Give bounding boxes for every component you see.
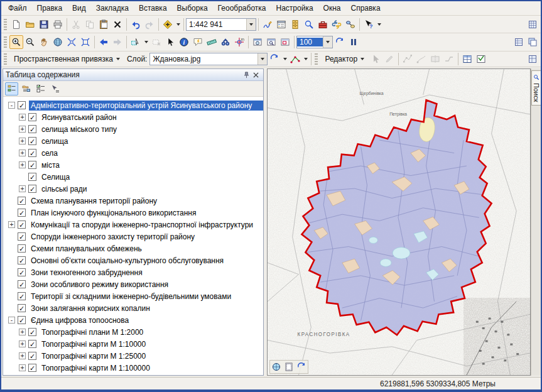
layer-visibility-checkbox[interactable]: ✓ bbox=[18, 209, 26, 217]
docked-toolbar-button[interactable] bbox=[526, 18, 539, 31]
new-document-button[interactable] bbox=[9, 18, 23, 31]
full-extent-button[interactable] bbox=[51, 35, 65, 49]
sketch-properties-button[interactable] bbox=[474, 52, 488, 66]
tree-expander-icon[interactable]: + bbox=[19, 352, 26, 359]
overview-window-button[interactable] bbox=[278, 35, 292, 49]
tree-expander-icon[interactable]: + bbox=[19, 364, 26, 371]
toc-layer-row[interactable]: ✓Зони особливого режиму використання bbox=[6, 278, 263, 290]
tree-expander-icon[interactable]: + bbox=[19, 150, 26, 156]
tree-expander-icon[interactable]: - bbox=[8, 102, 15, 109]
layer-visibility-checkbox[interactable]: ✓ bbox=[28, 340, 36, 348]
editor-menu-button[interactable]: Редактор bbox=[320, 52, 369, 66]
layer-label[interactable]: Топографічні плани М 1:2000 bbox=[40, 327, 145, 337]
cut-button[interactable] bbox=[69, 18, 83, 31]
toc-layer-row[interactable]: +✓Топографічні карти М 1:100000 bbox=[6, 362, 263, 374]
edit-tool-button[interactable] bbox=[369, 52, 382, 66]
menu-insert[interactable]: Вставка bbox=[134, 2, 172, 14]
layer-label[interactable]: села bbox=[40, 148, 60, 158]
catalog-window-toggle[interactable] bbox=[288, 18, 302, 31]
search-panel-tab[interactable]: Поиск bbox=[531, 70, 541, 106]
tree-expander-icon[interactable]: + bbox=[19, 340, 26, 347]
trace-tool-button[interactable] bbox=[442, 52, 456, 66]
tree-expander-icon[interactable]: + bbox=[19, 126, 26, 133]
select-features-dropdown[interactable] bbox=[143, 35, 149, 49]
menu-view[interactable]: Вид bbox=[67, 2, 91, 14]
layer-label[interactable]: Топографічні карти М 1:10000 bbox=[40, 339, 148, 349]
copy-button[interactable] bbox=[83, 18, 97, 31]
toc-layer-row[interactable]: +✓села bbox=[6, 147, 263, 159]
tree-expander-icon[interactable]: - bbox=[8, 317, 15, 324]
toc-layer-row[interactable]: ✓Схеми планувальних обмежень bbox=[6, 242, 263, 254]
menu-help[interactable]: Справка bbox=[345, 2, 385, 14]
pin-button[interactable] bbox=[242, 70, 251, 80]
back-extent-button[interactable] bbox=[97, 35, 111, 49]
toc-layer-row[interactable]: +✓сільські ради bbox=[6, 183, 263, 195]
layer-label[interactable]: Комунікації та споруди інженерно-транспо… bbox=[29, 220, 255, 230]
data-view-button[interactable] bbox=[271, 361, 282, 373]
layer-label[interactable]: Території зі складними інженерно-будівел… bbox=[29, 291, 233, 302]
layout-view-button[interactable] bbox=[283, 361, 295, 373]
editor-toolbar-toggle[interactable] bbox=[261, 18, 274, 31]
fixed-zoom-in-button[interactable] bbox=[65, 35, 79, 49]
layer-label[interactable]: Основні об'єкти соціально-культурного об… bbox=[29, 256, 225, 266]
toc-layer-row[interactable]: +✓Топографічні карти М 1:25000 bbox=[6, 350, 263, 362]
layer-label[interactable]: Зони особливого режиму використання bbox=[29, 280, 170, 290]
toolbar-grip[interactable] bbox=[4, 19, 7, 30]
layer-label[interactable]: Споруди інженерного захисту території ра… bbox=[29, 232, 197, 242]
map-scale-dropdown[interactable] bbox=[246, 19, 256, 30]
toc-layer-row[interactable]: ✓Схема планування території району bbox=[6, 195, 263, 207]
layer-visibility-checkbox[interactable]: ✓ bbox=[18, 316, 26, 324]
find-tool[interactable] bbox=[219, 35, 232, 49]
layer-label[interactable]: Ясинуватський район bbox=[40, 112, 119, 122]
toc-layer-row[interactable]: -✓Єдина цифрова топооснова bbox=[6, 314, 263, 326]
layer-visibility-checkbox[interactable]: ✓ bbox=[18, 244, 26, 253]
layer-label[interactable]: Схеми планувальних обмежень bbox=[29, 244, 144, 254]
layer-label[interactable]: міста bbox=[40, 160, 62, 170]
layer-visibility-checkbox[interactable]: ✓ bbox=[18, 232, 26, 241]
layer-label[interactable]: Селища bbox=[40, 172, 72, 182]
tree-expander-icon[interactable]: + bbox=[19, 185, 26, 192]
toolbar-grip[interactable] bbox=[4, 36, 7, 48]
layer-visibility-checkbox[interactable]: ✓ bbox=[18, 197, 26, 205]
pause-drawing-button[interactable] bbox=[347, 35, 360, 49]
zoom-in-tool[interactable] bbox=[9, 35, 23, 49]
cut-polygons-button[interactable] bbox=[428, 52, 442, 66]
pan-tool[interactable] bbox=[37, 35, 51, 49]
menu-selection[interactable]: Выборка bbox=[172, 2, 213, 14]
select-elements-tool[interactable] bbox=[163, 35, 177, 49]
search-window-toggle[interactable] bbox=[302, 18, 316, 31]
toc-layer-row[interactable]: +✓Топографічні карти М 1:10000 bbox=[6, 338, 263, 350]
layer-label[interactable]: План існуючого функціонального використа… bbox=[29, 208, 198, 218]
layer-visibility-checkbox[interactable]: ✓ bbox=[28, 149, 36, 157]
tree-expander-icon[interactable]: + bbox=[19, 138, 26, 144]
edit-vertices-button[interactable] bbox=[401, 52, 415, 66]
arctoolbox-toggle[interactable] bbox=[316, 18, 330, 31]
menu-edit[interactable]: Правка bbox=[32, 2, 68, 14]
fixed-zoom-out-button[interactable] bbox=[79, 35, 92, 49]
georeferencing-layer-combo[interactable]: Ждановка.jpg bbox=[149, 53, 268, 65]
layer-label[interactable]: Топографічні карти М 1:100000 bbox=[40, 363, 152, 373]
layer-visibility-checkbox[interactable]: ✓ bbox=[18, 220, 26, 229]
toc-header[interactable]: Таблица содержания bbox=[3, 69, 263, 81]
tree-expander-icon[interactable]: + bbox=[19, 161, 26, 168]
whats-this-help-button[interactable]: ? bbox=[362, 18, 376, 31]
paste-button[interactable] bbox=[97, 18, 111, 31]
tree-expander-icon[interactable]: + bbox=[19, 329, 26, 335]
viewer-window-button[interactable] bbox=[251, 35, 264, 49]
toolbar-grip[interactable] bbox=[315, 53, 318, 65]
layer-label[interactable]: Єдина цифрова топооснова bbox=[29, 315, 131, 325]
menu-customize[interactable]: Настройка bbox=[271, 2, 318, 14]
layer-label[interactable]: Зони техногенного забруднення bbox=[29, 268, 144, 278]
list-by-selection-button[interactable] bbox=[48, 82, 62, 95]
map-view[interactable]: Щербинівка Петрівка КРАСНОГОРІВКА bbox=[267, 68, 531, 376]
print-button[interactable] bbox=[51, 18, 65, 31]
zoom-percent-combo[interactable]: 100 bbox=[296, 36, 333, 48]
tree-expander-icon[interactable]: + bbox=[19, 114, 26, 121]
layer-label[interactable]: Адміністративно-територіальний устрій Яс… bbox=[29, 101, 263, 111]
georeferencing-menu-button[interactable]: Пространственная привязка bbox=[9, 52, 124, 66]
toolbar-options-dropdown[interactable] bbox=[376, 18, 382, 31]
reshape-tool-button[interactable] bbox=[415, 52, 428, 66]
layer-label[interactable]: селища міського типу bbox=[40, 124, 119, 134]
list-by-drawing-order-button[interactable] bbox=[5, 82, 18, 95]
layer-visibility-checkbox[interactable]: ✓ bbox=[18, 292, 26, 300]
